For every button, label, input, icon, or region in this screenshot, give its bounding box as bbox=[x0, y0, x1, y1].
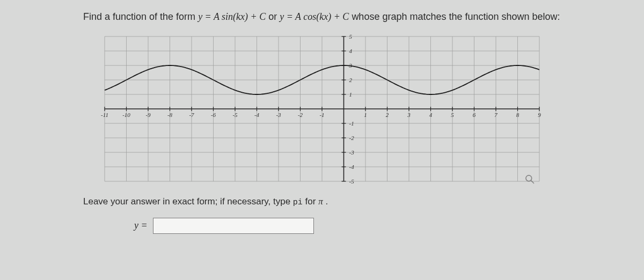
svg-text:5: 5 bbox=[451, 112, 454, 118]
svg-text:-1: -1 bbox=[319, 112, 324, 118]
svg-text:2: 2 bbox=[386, 112, 389, 118]
svg-text:-7: -7 bbox=[189, 112, 194, 118]
chart-svg: -11-10-9-8-7-6-5-4-3-2-112345678912345-1… bbox=[99, 31, 545, 187]
svg-text:-6: -6 bbox=[211, 112, 216, 118]
svg-text:2: 2 bbox=[349, 77, 353, 83]
svg-text:4: 4 bbox=[429, 112, 433, 118]
prompt-eq1: y = A sin(kx) + C bbox=[198, 11, 266, 22]
svg-text:-3: -3 bbox=[276, 112, 281, 118]
svg-text:-2: -2 bbox=[349, 135, 355, 141]
svg-text:6: 6 bbox=[473, 112, 476, 118]
svg-text:1: 1 bbox=[349, 91, 353, 98]
magnify-icon[interactable] bbox=[524, 174, 535, 185]
svg-text:-11: -11 bbox=[101, 112, 108, 118]
answer-row: y = bbox=[0, 218, 644, 234]
svg-text:-5: -5 bbox=[232, 112, 238, 118]
chart-container: -11-10-9-8-7-6-5-4-3-2-112345678912345-1… bbox=[99, 31, 545, 187]
svg-text:-2: -2 bbox=[298, 112, 303, 118]
svg-text:-9: -9 bbox=[145, 112, 151, 118]
footnote-pre: Leave your answer in exact form; if nece… bbox=[83, 196, 293, 207]
svg-text:3: 3 bbox=[407, 112, 411, 118]
svg-text:8: 8 bbox=[516, 112, 519, 118]
svg-text:4: 4 bbox=[349, 48, 353, 54]
footnote-post: . bbox=[325, 196, 328, 207]
svg-text:-8: -8 bbox=[167, 112, 173, 118]
svg-text:1: 1 bbox=[364, 112, 367, 118]
svg-text:-5: -5 bbox=[349, 178, 355, 185]
svg-text:-1: -1 bbox=[349, 120, 354, 127]
footnote-pisym: π bbox=[318, 196, 323, 207]
svg-text:-10: -10 bbox=[122, 112, 130, 118]
footnote-mid: for bbox=[305, 196, 319, 207]
svg-text:9: 9 bbox=[538, 112, 541, 118]
prompt-post: whose graph matches the function shown b… bbox=[352, 11, 560, 22]
answer-label: y = bbox=[134, 220, 148, 231]
svg-text:-4: -4 bbox=[349, 164, 355, 170]
svg-text:5: 5 bbox=[349, 33, 353, 40]
question-prompt: Find a function of the form y = A sin(kx… bbox=[0, 10, 644, 25]
svg-text:7: 7 bbox=[494, 112, 497, 118]
svg-text:-3: -3 bbox=[349, 149, 355, 156]
instruction-footnote: Leave your answer in exact form; if nece… bbox=[0, 196, 644, 207]
svg-text:-4: -4 bbox=[254, 112, 260, 118]
prompt-mid: or bbox=[268, 11, 280, 22]
answer-input[interactable] bbox=[153, 218, 314, 234]
footnote-piword: pi bbox=[293, 198, 303, 207]
prompt-pre: Find a function of the form bbox=[83, 11, 198, 22]
svg-line-95 bbox=[531, 180, 534, 183]
prompt-eq2: y = A cos(kx) + C bbox=[280, 11, 349, 22]
